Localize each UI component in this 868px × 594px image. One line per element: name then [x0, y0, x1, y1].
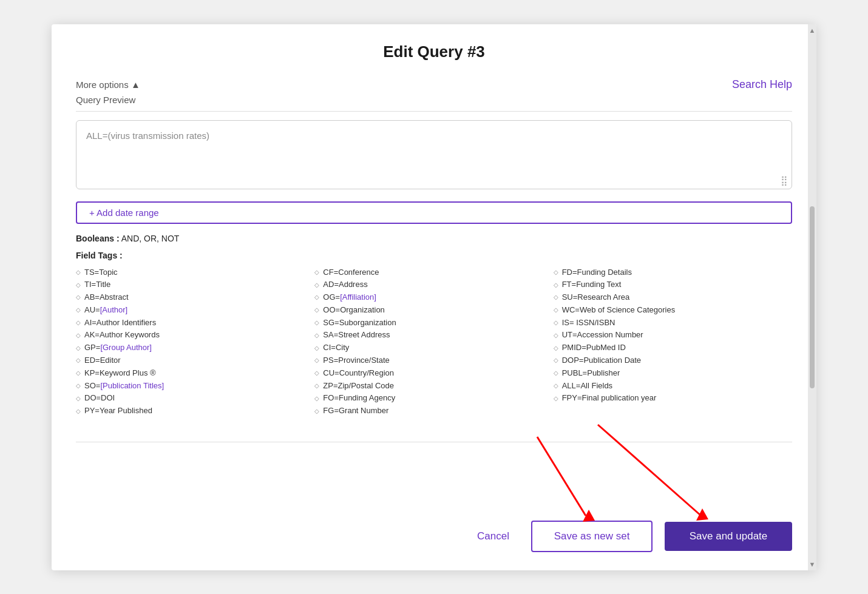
query-textarea-wrapper: ALL=(virus transmission rates) ⣿	[76, 120, 792, 189]
scrollbar-thumb[interactable]	[810, 206, 815, 388]
diamond-icon: ◇	[314, 318, 319, 328]
list-item: ◇DO=DOI	[76, 392, 314, 405]
diamond-icon: ◇	[76, 381, 81, 391]
list-item: ◇TI=Title	[76, 278, 314, 291]
list-item: ◇CI=City	[314, 342, 553, 354]
resize-handle[interactable]: ⣿	[781, 175, 788, 186]
list-item: ◇SA=Street Address	[314, 329, 553, 342]
diamond-icon: ◇	[554, 343, 558, 353]
list-item: ◇SU=Research Area	[554, 291, 792, 304]
list-item: ◇PY=Year Published	[76, 405, 314, 417]
diamond-icon: ◇	[314, 292, 319, 302]
list-item: ◇WC=Web of Science Categories	[554, 304, 792, 317]
diamond-icon: ◇	[554, 292, 558, 302]
diamond-icon: ◇	[314, 381, 319, 391]
diamond-icon: ◇	[76, 292, 81, 302]
booleans-label: Booleans :	[76, 234, 120, 243]
list-item: ◇PUBL=Publisher	[554, 367, 792, 380]
diamond-icon: ◇	[314, 356, 319, 365]
save-and-update-button[interactable]: Save and update	[665, 522, 792, 551]
diamond-icon: ◇	[76, 356, 81, 365]
list-item: ◇PS=Province/State	[314, 354, 553, 367]
diamond-icon: ◇	[554, 280, 558, 290]
diamond-icon: ◇	[76, 331, 81, 340]
list-item: ◇AB=Abstract	[76, 291, 314, 304]
diamond-icon: ◇	[76, 318, 81, 328]
scrollbar[interactable]: ▲ ▼	[808, 24, 816, 570]
field-tags-col1: ◇TS=Topic ◇TI=Title ◇AB=Abstract ◇AU=[Au…	[76, 266, 314, 418]
list-item: ◇AU=[Author]	[76, 304, 314, 317]
diamond-icon: ◇	[314, 268, 319, 277]
list-item: ◇AK=Author Keywords	[76, 329, 314, 342]
list-item: ◇ED=Editor	[76, 354, 314, 367]
svg-line-0	[537, 437, 586, 516]
list-item: ◇FD=Funding Details	[554, 266, 792, 279]
list-item: ◇TS=Topic	[76, 266, 314, 279]
list-item: ◇OO=Organization	[314, 304, 553, 317]
query-textarea[interactable]: ALL=(virus transmission rates)	[86, 130, 782, 179]
field-tags-title: Field Tags :	[76, 251, 792, 260]
diamond-icon: ◇	[76, 394, 81, 403]
search-help-link[interactable]: Search Help	[732, 78, 792, 91]
diamond-icon: ◇	[76, 268, 81, 277]
field-tags-grid: ◇TS=Topic ◇TI=Title ◇AB=Abstract ◇AU=[Au…	[76, 266, 792, 418]
diamond-icon: ◇	[76, 305, 81, 315]
svg-marker-3	[696, 508, 708, 521]
list-item: ◇GP=[Group Author]	[76, 342, 314, 354]
diamond-icon: ◇	[554, 318, 558, 328]
list-item: ◇FG=Grant Number	[314, 405, 553, 417]
svg-line-2	[598, 425, 701, 516]
list-item: ◇FT=Funding Text	[554, 278, 792, 291]
footer-divider	[76, 442, 792, 442]
more-options-toggle[interactable]: More options ▲	[76, 79, 140, 90]
top-bar: More options ▲ Search Help	[76, 78, 792, 91]
modal-title: Edit Query #3	[76, 42, 792, 61]
svg-marker-1	[583, 510, 595, 522]
publication-titles-link[interactable]: [Publication Titles]	[100, 381, 164, 390]
diamond-icon: ◇	[314, 394, 319, 403]
group-author-link[interactable]: [Group Author]	[100, 343, 152, 352]
scroll-up-arrow[interactable]: ▲	[809, 27, 816, 34]
diamond-icon: ◇	[76, 343, 81, 353]
booleans-values: AND, OR, NOT	[121, 234, 180, 243]
list-item: ◇FPY=Final publication year	[554, 392, 792, 405]
diamond-icon: ◇	[314, 368, 319, 378]
diamond-icon: ◇	[554, 268, 558, 277]
list-item: ◇ALL=All Fields	[554, 380, 792, 393]
author-link[interactable]: [Author]	[100, 305, 128, 314]
list-item: ◇SO=[Publication Titles]	[76, 380, 314, 393]
list-item: ◇FO=Funding Agency	[314, 392, 553, 405]
scroll-down-arrow[interactable]: ▼	[809, 561, 816, 568]
diamond-icon: ◇	[554, 368, 558, 378]
diamond-icon: ◇	[76, 280, 81, 290]
diamond-icon: ◇	[554, 305, 558, 315]
diamond-icon: ◇	[76, 407, 81, 416]
list-item: ◇AD=Address	[314, 278, 553, 291]
diamond-icon: ◇	[314, 407, 319, 416]
footer-actions: Cancel Save as new set Save and update	[76, 521, 792, 552]
diamond-icon: ◇	[314, 331, 319, 340]
list-item: ◇ZP=Zip/Postal Code	[314, 380, 553, 393]
affiliation-link[interactable]: [Affiliation]	[340, 292, 376, 302]
list-item: ◇CF=Conference	[314, 266, 553, 279]
list-item: ◇CU=Country/Region	[314, 367, 553, 380]
field-tags-col2: ◇CF=Conference ◇AD=Address ◇OG=[Affiliat…	[314, 266, 553, 418]
query-preview-label: Query Preview	[76, 95, 792, 105]
diamond-icon: ◇	[554, 331, 558, 340]
diamond-icon: ◇	[554, 381, 558, 391]
diamond-icon: ◇	[554, 356, 558, 365]
cancel-button[interactable]: Cancel	[467, 524, 519, 548]
list-item: ◇PMID=PubMed ID	[554, 342, 792, 354]
list-item: ◇KP=Keyword Plus ®	[76, 367, 314, 380]
diamond-icon: ◇	[314, 343, 319, 353]
diamond-icon: ◇	[76, 368, 81, 378]
booleans-line: Booleans : AND, OR, NOT	[76, 234, 792, 243]
add-date-range-button[interactable]: + Add date range	[76, 201, 792, 224]
list-item: ◇OG=[Affiliation]	[314, 291, 553, 304]
list-item: ◇IS= ISSN/ISBN	[554, 317, 792, 329]
diamond-icon: ◇	[314, 305, 319, 315]
field-tags-section: Field Tags : ◇TS=Topic ◇TI=Title ◇AB=Abs…	[76, 251, 792, 418]
divider-top	[76, 111, 792, 112]
diamond-icon: ◇	[314, 280, 319, 290]
save-new-set-button[interactable]: Save as new set	[531, 521, 653, 552]
